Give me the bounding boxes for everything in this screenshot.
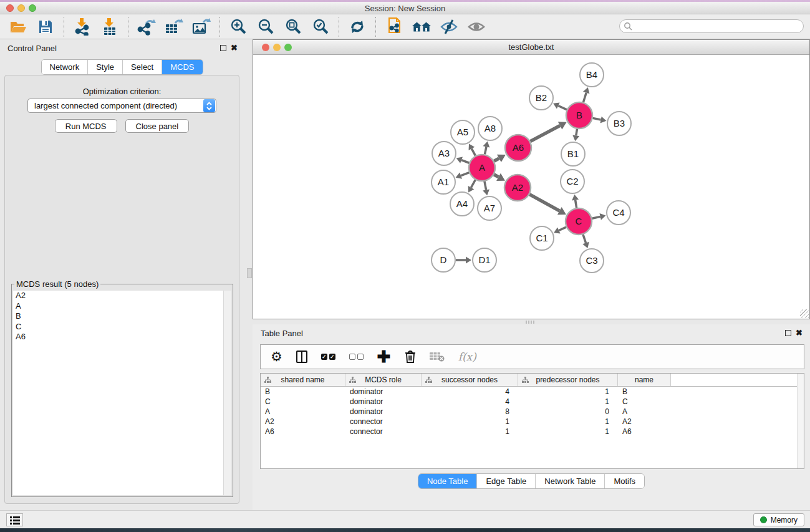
- edge-C-C2[interactable]: [576, 200, 577, 208]
- add-column-icon[interactable]: ✚: [377, 349, 391, 365]
- table-row[interactable]: Adominator80A: [261, 407, 804, 417]
- cell-successor-nodes: 1: [422, 427, 518, 437]
- result-item-a[interactable]: A: [13, 301, 223, 312]
- table-row[interactable]: Bdominator41B: [261, 387, 804, 397]
- criterion-selected-value: largest connected component (directed): [28, 101, 203, 110]
- node-label-D1: D1: [478, 254, 490, 265]
- table-panel-title: Table Panel: [261, 329, 303, 338]
- edge-A-A3[interactable]: [461, 160, 469, 163]
- cell-name: A6: [618, 427, 671, 437]
- new-session-icon[interactable]: [385, 17, 403, 36]
- edge-B-B2[interactable]: [558, 106, 567, 110]
- column-header-shared-name[interactable]: shared name: [261, 374, 345, 386]
- edge-A-A8[interactable]: [485, 147, 486, 154]
- export-network-icon[interactable]: [137, 17, 156, 36]
- toggle-column-panel-icon[interactable]: [296, 349, 307, 365]
- import-network-icon[interactable]: [73, 17, 92, 36]
- table-row[interactable]: A2connector11A2: [261, 417, 804, 427]
- cell-successor-nodes: 1: [422, 417, 518, 427]
- export-image-icon[interactable]: [192, 17, 211, 36]
- column-header-successor-nodes[interactable]: successor nodes: [422, 374, 518, 386]
- delete-column-icon[interactable]: [405, 349, 416, 365]
- criterion-dropdown[interactable]: largest connected component (directed): [27, 99, 216, 113]
- hide-graphics-details-icon[interactable]: [440, 17, 458, 36]
- export-table-icon[interactable]: [165, 17, 183, 36]
- select-all-icon[interactable]: ✓✓: [321, 349, 335, 365]
- result-item-b[interactable]: B: [13, 311, 223, 322]
- tab-network-table[interactable]: Network Table: [536, 474, 605, 488]
- tab-motifs[interactable]: Motifs: [605, 474, 644, 488]
- column-header-mcds-role[interactable]: MCDS role: [345, 374, 422, 386]
- edge-C-C1[interactable]: [559, 227, 566, 230]
- window-resize-grip[interactable]: [800, 309, 809, 318]
- task-history-button[interactable]: [6, 513, 23, 526]
- save-session-icon[interactable]: [36, 17, 55, 36]
- zoom-in-icon[interactable]: [229, 17, 248, 36]
- edge-A-A1[interactable]: [461, 173, 469, 176]
- edge-A6-B[interactable]: [530, 125, 560, 141]
- list-icon: [10, 516, 20, 525]
- close-panel-button[interactable]: Close panel: [125, 119, 190, 133]
- memory-button[interactable]: Memory: [753, 513, 804, 526]
- edge-A-A4[interactable]: [471, 180, 475, 187]
- vertical-split-handle[interactable]: [247, 268, 252, 278]
- run-mcds-button[interactable]: Run MCDS: [55, 119, 117, 133]
- tab-style[interactable]: Style: [88, 60, 123, 74]
- edge-B-B3[interactable]: [593, 118, 601, 120]
- open-session-icon[interactable]: [9, 17, 27, 36]
- node-label-A2: A2: [512, 182, 523, 193]
- home-icon[interactable]: [412, 17, 431, 36]
- edge-B-B1[interactable]: [576, 129, 577, 136]
- edge-B-B4[interactable]: [583, 93, 586, 102]
- edge-A2-C[interactable]: [529, 195, 559, 211]
- zoom-selected-icon[interactable]: [311, 17, 330, 36]
- table-row[interactable]: Cdominator41C: [261, 397, 804, 407]
- cell-predecessor-nodes: 0: [518, 407, 618, 417]
- node-label-B1: B1: [567, 148, 579, 159]
- settings-gear-icon[interactable]: ⚙: [271, 349, 282, 365]
- unselect-all-icon[interactable]: [349, 349, 364, 365]
- result-list-scrollbar[interactable]: [224, 291, 231, 495]
- close-panel-icon[interactable]: ✖: [231, 43, 238, 52]
- table-row[interactable]: A6connector11A6: [261, 427, 804, 437]
- zoom-fit-icon[interactable]: [284, 17, 302, 36]
- column-header-predecessor-nodes[interactable]: predecessor nodes: [518, 374, 618, 386]
- network-canvas[interactable]: B4B2BB3A8A5A6A3B1AA1C2A2A4A7C4CC1C3DD1: [253, 55, 809, 319]
- float-panel-icon[interactable]: [220, 45, 226, 51]
- tree-icon: [349, 377, 356, 385]
- mcds-result-list[interactable]: A2ABCA6: [13, 291, 224, 495]
- result-item-a2[interactable]: A2: [13, 291, 223, 301]
- refresh-network-icon[interactable]: [348, 17, 367, 36]
- column-header-name[interactable]: name: [618, 374, 671, 386]
- edge-A-A2[interactable]: [494, 175, 498, 177]
- edge-C-C3[interactable]: [583, 235, 586, 243]
- edge-A-A5[interactable]: [471, 148, 475, 155]
- result-item-a6[interactable]: A6: [13, 332, 223, 342]
- edge-A-A6[interactable]: [494, 158, 499, 161]
- import-table-icon[interactable]: [100, 17, 119, 36]
- node-label-A4: A4: [456, 198, 468, 209]
- search-field[interactable]: [619, 19, 804, 33]
- table-scrollbar[interactable]: [797, 374, 804, 468]
- edge-C-C4[interactable]: [592, 216, 600, 218]
- cell-predecessor-nodes: 1: [518, 427, 618, 437]
- edge-A-A7[interactable]: [485, 181, 486, 190]
- float-table-panel-icon[interactable]: [785, 330, 791, 336]
- search-input[interactable]: [633, 22, 803, 31]
- result-item-c[interactable]: C: [13, 322, 223, 332]
- horizontal-split-handle[interactable]: [526, 321, 534, 324]
- window-title: Session: New Session: [0, 4, 810, 13]
- show-graphics-details-icon[interactable]: [467, 17, 486, 36]
- network-window-titlebar[interactable]: testGlobe.txt: [253, 40, 809, 55]
- tab-node-table[interactable]: Node Table: [418, 474, 478, 488]
- tab-edge-table[interactable]: Edge Table: [477, 474, 536, 488]
- tab-select[interactable]: Select: [123, 60, 162, 74]
- close-table-panel-icon[interactable]: ✖: [796, 328, 803, 337]
- tab-network[interactable]: Network: [41, 60, 88, 74]
- node-table[interactable]: shared nameMCDS rolesuccessor nodesprede…: [260, 373, 804, 469]
- function-builder-icon: f(x): [458, 349, 476, 365]
- tab-mcds[interactable]: MCDS: [162, 60, 202, 74]
- delete-table-icon: [430, 349, 445, 365]
- zoom-out-icon[interactable]: [256, 17, 275, 36]
- mcds-tab-content: Optimization criterion: largest connecte…: [4, 75, 239, 504]
